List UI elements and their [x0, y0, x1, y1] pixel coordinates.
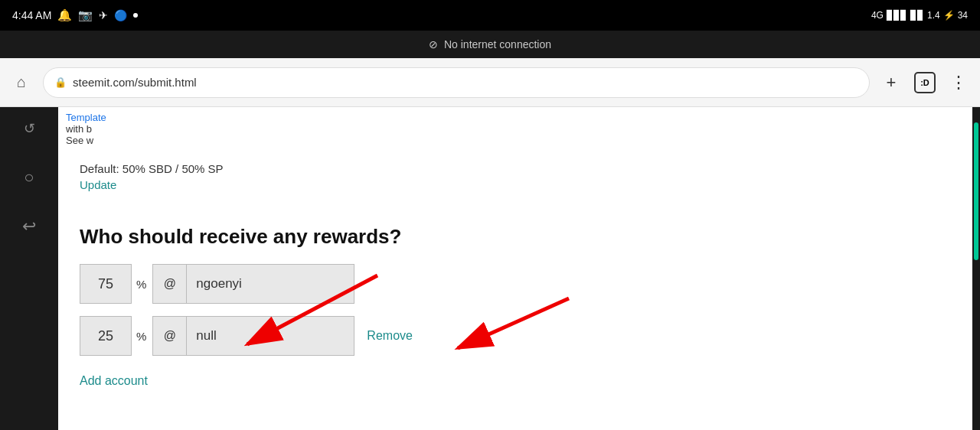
no-internet-banner: ⊘ No internet connection — [0, 31, 980, 58]
tab-switcher-button[interactable]: :D — [914, 72, 936, 93]
browser-chrome: ⌂ 🔒 steemit.com/submit.html + :D ⋮ — [0, 58, 980, 107]
template-body1: with b — [66, 123, 106, 135]
add-tab-button[interactable]: + — [879, 70, 903, 95]
battery-level: 34 — [958, 10, 968, 21]
update-link[interactable]: Update — [80, 178, 116, 191]
scrollbar[interactable] — [972, 107, 980, 430]
menu-dots-icon: ⋮ — [950, 73, 967, 93]
battery-icon: ⚡ — [943, 10, 955, 21]
percent-value-1: 75 — [98, 276, 113, 292]
template-body2: See w — [66, 135, 106, 146]
wifi-icon: ▊▊ — [910, 10, 924, 21]
status-bar: 4:44 AM 🔔 📷 ✈ 🔵 4G ▊▊▊ ▊▊ 1.4 ⚡ 34 — [0, 0, 980, 31]
network-type-icon: 4G — [871, 10, 884, 21]
vpn-icon: 🔵 — [114, 9, 127, 21]
speed-indicator: 1.4 — [927, 10, 940, 21]
reward-row-1: 75 % @ ngoenyi — [80, 264, 951, 304]
remove-button[interactable]: Remove — [367, 329, 413, 343]
left-sidebar: ↺ ○ ↩ — [0, 107, 58, 430]
at-box-1: @ — [152, 264, 186, 304]
address-bar[interactable]: 🔒 steemit.com/submit.html — [43, 67, 870, 98]
username-value-2: null — [196, 328, 216, 344]
browser-actions: + :D ⋮ — [879, 70, 971, 95]
main-area: ↺ ○ ↩ Template with b See w Default: 50%… — [0, 107, 980, 430]
username-input-2[interactable]: null — [186, 316, 354, 356]
percent-input-2[interactable]: 25 — [80, 316, 132, 356]
home-icon: ⌂ — [17, 73, 26, 91]
at-symbol-1: @ — [164, 277, 176, 291]
add-account-link[interactable]: Add account — [80, 374, 148, 388]
circle-icon: ○ — [24, 168, 34, 187]
no-internet-message: No internet connection — [444, 38, 551, 50]
lock-icon: 🔒 — [54, 77, 67, 88]
reload-icon: ↺ — [24, 120, 35, 137]
at-box-2: @ — [152, 316, 186, 356]
url-text: steemit.com/submit.html — [73, 76, 197, 89]
username-value-1: ngoenyi — [196, 276, 242, 292]
percent-symbol-1: % — [136, 278, 146, 291]
template-partial: Template with b See w — [58, 107, 114, 151]
status-right: 4G ▊▊▊ ▊▊ 1.4 ⚡ 34 — [871, 10, 968, 21]
reward-row-2: 25 % @ null Remove — [80, 316, 951, 356]
percent-input-1[interactable]: 75 — [80, 264, 132, 304]
status-left: 4:44 AM 🔔 📷 ✈ 🔵 — [12, 8, 138, 22]
signal-icon: ▊▊▊ — [887, 10, 907, 21]
menu-button[interactable]: ⋮ — [946, 70, 971, 95]
rewards-heading: Who should receive any rewards? — [80, 225, 951, 249]
cloud-off-icon: ⊘ — [429, 38, 438, 50]
page-content: Template with b See w Default: 50% SBD /… — [58, 107, 972, 430]
tab-count-icon: :D — [920, 78, 929, 87]
sidebar-reload-icon[interactable]: ↺ — [14, 113, 44, 144]
back-icon: ↩ — [22, 217, 36, 236]
time-display: 4:44 AM — [12, 9, 51, 21]
username-input-1[interactable]: ngoenyi — [186, 264, 354, 304]
percent-symbol-2: % — [136, 330, 146, 343]
screenshot-icon: 📷 — [78, 8, 93, 22]
plus-icon: + — [887, 73, 897, 93]
send-icon: ✈ — [99, 9, 108, 21]
main-content: Default: 50% SBD / 50% SP Update Who sho… — [80, 162, 951, 388]
scroll-thumb — [974, 122, 978, 260]
home-button[interactable]: ⌂ — [9, 70, 34, 95]
default-reward-text: Default: 50% SBD / 50% SP — [80, 162, 951, 175]
sidebar-back-icon[interactable]: ↩ — [14, 211, 44, 242]
template-label: Template — [66, 112, 106, 123]
at-symbol-2: @ — [164, 329, 176, 343]
sidebar-circle-icon[interactable]: ○ — [14, 162, 44, 193]
dot-indicator — [133, 13, 138, 18]
percent-value-2: 25 — [98, 328, 113, 344]
notification-icon: 🔔 — [57, 8, 72, 22]
